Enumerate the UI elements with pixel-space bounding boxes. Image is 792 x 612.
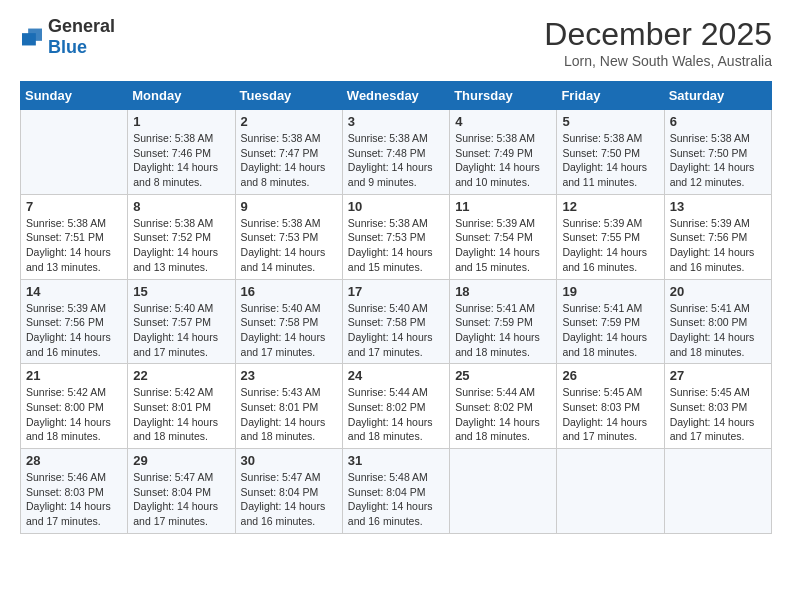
day-detail: Sunrise: 5:38 AMSunset: 7:50 PMDaylight:… <box>562 131 658 190</box>
calendar-cell <box>21 110 128 195</box>
calendar-cell: 16Sunrise: 5:40 AMSunset: 7:58 PMDayligh… <box>235 279 342 364</box>
day-detail: Sunrise: 5:38 AMSunset: 7:51 PMDaylight:… <box>26 216 122 275</box>
page-header: General Blue December 2025 Lorn, New Sou… <box>20 16 772 69</box>
calendar-cell: 3Sunrise: 5:38 AMSunset: 7:48 PMDaylight… <box>342 110 449 195</box>
day-detail: Sunrise: 5:41 AMSunset: 7:59 PMDaylight:… <box>562 301 658 360</box>
calendar-cell: 27Sunrise: 5:45 AMSunset: 8:03 PMDayligh… <box>664 364 771 449</box>
day-detail: Sunrise: 5:41 AMSunset: 8:00 PMDaylight:… <box>670 301 766 360</box>
week-row-2: 7Sunrise: 5:38 AMSunset: 7:51 PMDaylight… <box>21 194 772 279</box>
calendar-cell <box>664 449 771 534</box>
title-area: December 2025 Lorn, New South Wales, Aus… <box>544 16 772 69</box>
day-number: 15 <box>133 284 229 299</box>
calendar-cell: 4Sunrise: 5:38 AMSunset: 7:49 PMDaylight… <box>450 110 557 195</box>
calendar-cell: 17Sunrise: 5:40 AMSunset: 7:58 PMDayligh… <box>342 279 449 364</box>
day-detail: Sunrise: 5:39 AMSunset: 7:54 PMDaylight:… <box>455 216 551 275</box>
day-detail: Sunrise: 5:48 AMSunset: 8:04 PMDaylight:… <box>348 470 444 529</box>
day-detail: Sunrise: 5:47 AMSunset: 8:04 PMDaylight:… <box>241 470 337 529</box>
day-number: 24 <box>348 368 444 383</box>
calendar-cell: 31Sunrise: 5:48 AMSunset: 8:04 PMDayligh… <box>342 449 449 534</box>
calendar-cell <box>450 449 557 534</box>
calendar-cell: 9Sunrise: 5:38 AMSunset: 7:53 PMDaylight… <box>235 194 342 279</box>
calendar-header-row: SundayMondayTuesdayWednesdayThursdayFrid… <box>21 82 772 110</box>
day-number: 25 <box>455 368 551 383</box>
header-friday: Friday <box>557 82 664 110</box>
calendar-cell: 26Sunrise: 5:45 AMSunset: 8:03 PMDayligh… <box>557 364 664 449</box>
day-number: 3 <box>348 114 444 129</box>
calendar-cell: 21Sunrise: 5:42 AMSunset: 8:00 PMDayligh… <box>21 364 128 449</box>
week-row-5: 28Sunrise: 5:46 AMSunset: 8:03 PMDayligh… <box>21 449 772 534</box>
calendar-cell: 28Sunrise: 5:46 AMSunset: 8:03 PMDayligh… <box>21 449 128 534</box>
header-sunday: Sunday <box>21 82 128 110</box>
day-detail: Sunrise: 5:38 AMSunset: 7:49 PMDaylight:… <box>455 131 551 190</box>
day-number: 16 <box>241 284 337 299</box>
day-detail: Sunrise: 5:38 AMSunset: 7:50 PMDaylight:… <box>670 131 766 190</box>
day-number: 7 <box>26 199 122 214</box>
day-number: 11 <box>455 199 551 214</box>
svg-marker-1 <box>22 33 36 45</box>
day-number: 8 <box>133 199 229 214</box>
day-number: 31 <box>348 453 444 468</box>
day-number: 23 <box>241 368 337 383</box>
day-number: 13 <box>670 199 766 214</box>
day-detail: Sunrise: 5:40 AMSunset: 7:58 PMDaylight:… <box>241 301 337 360</box>
day-detail: Sunrise: 5:45 AMSunset: 8:03 PMDaylight:… <box>562 385 658 444</box>
logo-icon <box>20 27 44 47</box>
day-number: 26 <box>562 368 658 383</box>
day-detail: Sunrise: 5:42 AMSunset: 8:01 PMDaylight:… <box>133 385 229 444</box>
day-number: 22 <box>133 368 229 383</box>
day-detail: Sunrise: 5:40 AMSunset: 7:58 PMDaylight:… <box>348 301 444 360</box>
day-number: 9 <box>241 199 337 214</box>
week-row-3: 14Sunrise: 5:39 AMSunset: 7:56 PMDayligh… <box>21 279 772 364</box>
day-number: 21 <box>26 368 122 383</box>
day-number: 28 <box>26 453 122 468</box>
calendar-cell: 8Sunrise: 5:38 AMSunset: 7:52 PMDaylight… <box>128 194 235 279</box>
calendar-table: SundayMondayTuesdayWednesdayThursdayFrid… <box>20 81 772 534</box>
day-detail: Sunrise: 5:38 AMSunset: 7:53 PMDaylight:… <box>348 216 444 275</box>
day-detail: Sunrise: 5:38 AMSunset: 7:53 PMDaylight:… <box>241 216 337 275</box>
logo-general: General <box>48 16 115 36</box>
day-detail: Sunrise: 5:39 AMSunset: 7:55 PMDaylight:… <box>562 216 658 275</box>
calendar-cell: 14Sunrise: 5:39 AMSunset: 7:56 PMDayligh… <box>21 279 128 364</box>
day-detail: Sunrise: 5:41 AMSunset: 7:59 PMDaylight:… <box>455 301 551 360</box>
day-detail: Sunrise: 5:39 AMSunset: 7:56 PMDaylight:… <box>670 216 766 275</box>
logo-blue: Blue <box>48 37 87 57</box>
day-detail: Sunrise: 5:39 AMSunset: 7:56 PMDaylight:… <box>26 301 122 360</box>
day-detail: Sunrise: 5:40 AMSunset: 7:57 PMDaylight:… <box>133 301 229 360</box>
calendar-cell: 23Sunrise: 5:43 AMSunset: 8:01 PMDayligh… <box>235 364 342 449</box>
day-number: 5 <box>562 114 658 129</box>
day-detail: Sunrise: 5:43 AMSunset: 8:01 PMDaylight:… <box>241 385 337 444</box>
day-detail: Sunrise: 5:45 AMSunset: 8:03 PMDaylight:… <box>670 385 766 444</box>
calendar-cell: 30Sunrise: 5:47 AMSunset: 8:04 PMDayligh… <box>235 449 342 534</box>
calendar-cell: 25Sunrise: 5:44 AMSunset: 8:02 PMDayligh… <box>450 364 557 449</box>
calendar-cell: 7Sunrise: 5:38 AMSunset: 7:51 PMDaylight… <box>21 194 128 279</box>
calendar-cell: 13Sunrise: 5:39 AMSunset: 7:56 PMDayligh… <box>664 194 771 279</box>
day-number: 2 <box>241 114 337 129</box>
calendar-cell: 24Sunrise: 5:44 AMSunset: 8:02 PMDayligh… <box>342 364 449 449</box>
calendar-cell: 1Sunrise: 5:38 AMSunset: 7:46 PMDaylight… <box>128 110 235 195</box>
calendar-cell: 19Sunrise: 5:41 AMSunset: 7:59 PMDayligh… <box>557 279 664 364</box>
calendar-cell: 22Sunrise: 5:42 AMSunset: 8:01 PMDayligh… <box>128 364 235 449</box>
calendar-cell: 10Sunrise: 5:38 AMSunset: 7:53 PMDayligh… <box>342 194 449 279</box>
logo: General Blue <box>20 16 115 58</box>
calendar-cell: 6Sunrise: 5:38 AMSunset: 7:50 PMDaylight… <box>664 110 771 195</box>
day-detail: Sunrise: 5:42 AMSunset: 8:00 PMDaylight:… <box>26 385 122 444</box>
day-number: 14 <box>26 284 122 299</box>
calendar-cell: 12Sunrise: 5:39 AMSunset: 7:55 PMDayligh… <box>557 194 664 279</box>
week-row-1: 1Sunrise: 5:38 AMSunset: 7:46 PMDaylight… <box>21 110 772 195</box>
day-detail: Sunrise: 5:46 AMSunset: 8:03 PMDaylight:… <box>26 470 122 529</box>
logo-text: General Blue <box>48 16 115 58</box>
month-title: December 2025 <box>544 16 772 53</box>
header-monday: Monday <box>128 82 235 110</box>
calendar-cell: 29Sunrise: 5:47 AMSunset: 8:04 PMDayligh… <box>128 449 235 534</box>
calendar-cell: 15Sunrise: 5:40 AMSunset: 7:57 PMDayligh… <box>128 279 235 364</box>
calendar-cell <box>557 449 664 534</box>
day-number: 12 <box>562 199 658 214</box>
day-detail: Sunrise: 5:47 AMSunset: 8:04 PMDaylight:… <box>133 470 229 529</box>
calendar-cell: 2Sunrise: 5:38 AMSunset: 7:47 PMDaylight… <box>235 110 342 195</box>
day-number: 20 <box>670 284 766 299</box>
day-number: 6 <box>670 114 766 129</box>
day-detail: Sunrise: 5:38 AMSunset: 7:46 PMDaylight:… <box>133 131 229 190</box>
day-number: 10 <box>348 199 444 214</box>
day-number: 19 <box>562 284 658 299</box>
day-detail: Sunrise: 5:44 AMSunset: 8:02 PMDaylight:… <box>348 385 444 444</box>
